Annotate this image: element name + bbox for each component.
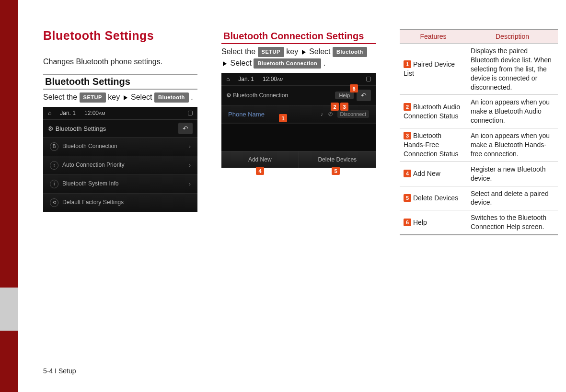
screenshot-bt-settings: ⌂ Jan. 1 12:00AM ⚙ Bluetooth Settings ↶ … [43,107,197,212]
desc-6: Switches to the Bluetooth Connection Hel… [467,210,558,235]
badge-2: 2 [404,103,411,111]
step-line-2: Select the SETUP key Select Bluetooth Se… [221,46,376,69]
mic-icon [366,77,371,81]
step2-select: Select [309,47,333,56]
setup-key-button-2: SETUP [258,47,284,57]
feature-1: Paired Device List [404,60,455,77]
delete-devices-button: Delete Devices [299,151,376,168]
triangle-icon [124,95,127,100]
sc1-date: Jan. 1 [60,110,76,116]
sc1-row-4-label: Default Factory Settings [62,199,124,206]
add-new-button: Add New [221,151,299,168]
chevron-right-icon: › [189,143,191,150]
table-row: 5Delete Devices Select and delete a pair… [400,186,558,210]
subheading-bt-settings: Bluetooth Settings [43,74,197,90]
reset-icon: ⟲ [50,198,58,207]
left-gray-tab [0,288,18,331]
badge-1: 1 [404,60,411,68]
badge-6: 6 [404,219,411,226]
callout-2: 2 [331,103,339,111]
sc2-date: Jan. 1 [238,76,254,82]
heading-bt-connection: Bluetooth Connection Settings [221,29,376,44]
intro-text: Changes Bluetooth phone settings. [43,56,197,68]
badge-3: 3 [404,132,411,139]
back-icon: ↶ [178,123,193,134]
step2-mid: key [286,47,300,56]
column-3: Features Description 1Paired Device List… [400,29,558,235]
gear-icon: ⚙ [226,92,231,99]
callout-5: 5 [332,167,340,175]
desc-4: Register a new Bluetooth device. [467,161,558,186]
bluetooth-key-button-2: Bluetooth [333,47,367,57]
sc1-statusbar: ⌂ Jan. 1 12:00AM [43,107,197,119]
callout-3: 3 [340,103,348,111]
table-row: 4Add New Register a new Bluetooth device… [400,161,558,186]
desc-5: Select and delete a paired device. [467,186,558,210]
step-mid: key [108,93,122,101]
feature-4: Add New [413,170,440,177]
page-content: Bluetooth Settings Changes Bluetooth pho… [43,29,551,235]
chevron-right-icon: › [189,181,191,187]
feature-6: Help [413,219,427,226]
priority-icon: ↕ [50,161,58,170]
info-icon: i [50,180,58,188]
sc1-heading: Bluetooth Settings [56,125,106,132]
triangle-icon [223,61,227,66]
sc1-row-3-label: Bluetooth System Info [62,180,118,187]
sc1-titlebar: ⚙ Bluetooth Settings ↶ [43,119,197,137]
sc1-row-2: ↕Auto Connection Priority› [43,156,197,174]
page-title: Bluetooth Settings [43,29,197,43]
mic-icon [188,111,193,115]
feature-5: Delete Devices [413,194,458,202]
sc1-row-3: iBluetooth System Info› [43,174,197,193]
th-features: Features [400,29,467,44]
sc2-empty-area [221,123,376,151]
audio-icon: ♪ [321,111,323,117]
sc2-ampm: AM [277,77,284,82]
table-row: 3Bluetooth Hands-Free Connection Status … [400,128,558,162]
chevron-right-icon: › [189,162,191,169]
sc2-time: 12:00 [263,76,277,82]
sc1-row-4: ⟲Default Factory Settings [43,193,197,212]
back-icon: ↶ [357,90,371,101]
feature-2: Bluetooth Audio Connection Status [404,103,460,120]
btconn-key-button: Bluetooth Connection [254,58,321,69]
sc2-button-row: Add New Delete Devices [221,151,376,168]
sc1-row-1: BBluetooth Connection› [43,137,197,156]
desc-3: An icon appears when you make a Bluetoot… [467,128,558,162]
bt-icon: B [50,142,58,151]
screenshot-bt-connection: ⌂ Jan. 1 12:00AM ⚙ Bluetooth Connection … [221,73,376,168]
callout-1: 1 [279,114,287,122]
column-1: Bluetooth Settings Changes Bluetooth pho… [43,29,197,235]
handset-icon: ✆ [328,111,333,117]
step-line-1: Select the SETUP key Select Bluetooth . [43,92,197,103]
table-row: 6Help Switches to the Bluetooth Connecti… [400,210,558,235]
disconnect-button: Disconnect [337,110,369,118]
sc2-heading: Bluetooth Connection [233,92,288,99]
table-row: 1Paired Device List Displays the paired … [400,44,558,95]
features-table: Features Description 1Paired Device List… [400,29,558,235]
phone-name: Phone Name [228,111,265,118]
step-prefix: Select the [43,93,80,101]
select-word: Select [131,93,154,101]
sc1-row-1-label: Bluetooth Connection [62,143,117,150]
home-icon: ⌂ [48,110,51,116]
column-2: Bluetooth Connection Settings Select the… [221,29,376,235]
badge-4: 4 [404,170,411,177]
feature-3: Bluetooth Hands-Free Connection Status [404,132,458,158]
desc-1: Displays the paired Bluetooth device lis… [467,44,558,95]
desc-2: An icon appears when you make a Bluetoot… [467,95,558,128]
bluetooth-key-button: Bluetooth [154,92,189,103]
step2-select2: Select [230,59,254,67]
th-description: Description [467,29,558,44]
sc1-time: 12:00 [84,110,99,116]
help-button: Help [335,92,354,99]
left-red-sidebar [0,0,18,392]
badge-5: 5 [404,194,411,202]
step2-prefix: Select the [221,47,258,56]
sc1-row-2-label: Auto Connection Priority [62,161,124,168]
home-icon: ⌂ [226,76,230,82]
sc1-ampm: AM [99,111,105,116]
gear-icon: ⚙ [48,125,54,132]
callout-6: 6 [350,84,358,92]
